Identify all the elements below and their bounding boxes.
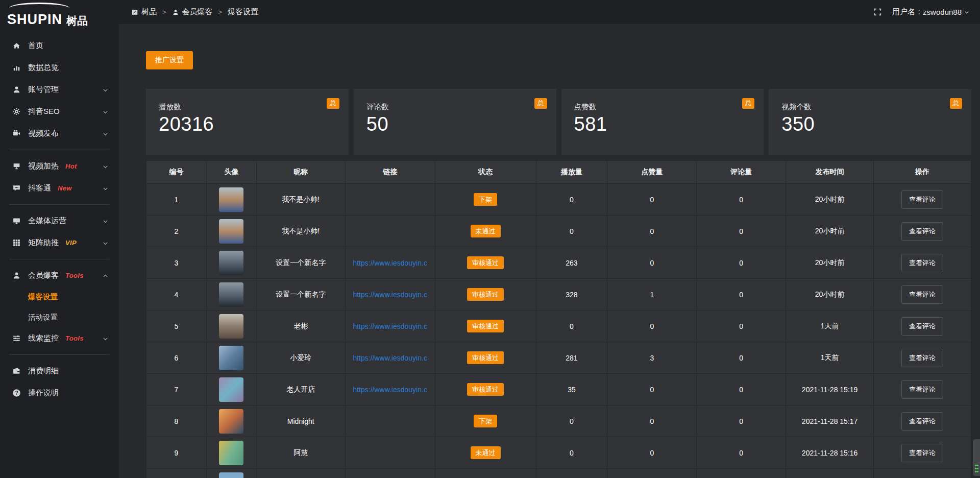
sidebar-item-data-overview[interactable]: 数据总览: [0, 57, 119, 79]
sidebar-item-clue-monitor[interactable]: 线索监控Tools: [0, 327, 119, 349]
sliders-icon: [12, 334, 21, 343]
sidebar-item-home[interactable]: 首页: [0, 35, 119, 57]
sidebar-item-label: 视频加热: [28, 161, 59, 171]
chevron-down-icon: [964, 9, 970, 15]
breadcrumb-item-1[interactable]: 树品: [131, 7, 157, 17]
floating-service-widget[interactable]: [973, 439, 980, 476]
stats-row: 播放数20316总评论数50总点赞数581总视频个数350总: [146, 89, 971, 155]
view-comments-button[interactable]: 查看评论: [901, 444, 943, 462]
sidebar-item-douketong[interactable]: 抖客通New: [0, 177, 119, 199]
cell-comments: 0: [697, 184, 786, 216]
cell-nickname: 设置一个新名字: [256, 247, 345, 279]
view-comments-button[interactable]: 查看评论: [901, 317, 943, 336]
cell-time: 20小时前: [786, 247, 874, 279]
fullscreen-icon[interactable]: [873, 8, 882, 16]
view-comments-button[interactable]: 查看评论: [901, 254, 943, 272]
video-link[interactable]: https://www.iesdouyin.c: [346, 259, 434, 267]
video-link[interactable]: https://www.iesdouyin.c: [346, 322, 434, 330]
cell-index: 6: [146, 342, 207, 374]
table-row: 1我不是小帅!下架00020小时前查看评论: [146, 184, 971, 216]
chevron-up-icon: [102, 272, 109, 279]
sidebar-divider: [9, 354, 110, 355]
user-icon: [12, 271, 21, 280]
stat-total-badge: 总: [742, 98, 755, 109]
sidebar-subitem-baoke-settings[interactable]: 爆客设置: [0, 286, 119, 307]
username-label: 用户名：: [892, 7, 923, 17]
grid-icon: [12, 238, 21, 247]
sidebar-divider: [9, 259, 110, 259]
sidebar-item-member-baoke[interactable]: 会员爆客Tools: [0, 265, 119, 286]
col-header-8: 评论量: [697, 161, 786, 184]
breadcrumb-item-2[interactable]: 会员爆客: [172, 7, 213, 17]
cell-time: 1天前: [786, 342, 874, 374]
cell-time: 20小时前: [786, 279, 874, 310]
avatar: [219, 219, 243, 244]
breadcrumb-separator: >: [218, 8, 223, 16]
cell-comments: 0: [697, 437, 786, 469]
col-header-9: 发布时间: [786, 161, 874, 184]
sidebar-subitem-activity-settings[interactable]: 活动设置: [0, 307, 119, 327]
sidebar-item-operation-guide[interactable]: ?操作说明: [0, 382, 119, 404]
cell-status: 审核通过: [435, 374, 536, 405]
sidebar-item-video-heat[interactable]: 视频加热Hot: [0, 155, 119, 177]
col-header-1: 编号: [146, 161, 207, 184]
video-link[interactable]: https://www.iesdouyin.c: [346, 386, 434, 394]
wallet-icon: [12, 367, 21, 375]
stat-total-badge: 总: [950, 98, 963, 109]
sidebar-item-video-publish[interactable]: 视频发布: [0, 123, 119, 145]
cell-plays: 0: [536, 310, 607, 342]
cell-comments: 0: [697, 405, 786, 437]
sidebar-item-douyin-seo[interactable]: 抖音SEO: [0, 101, 119, 123]
cell-index: 7: [146, 374, 207, 405]
cell-nickname: 我不是小帅!: [256, 216, 345, 247]
panel-icon: [131, 9, 138, 16]
sidebar-item-consume-detail[interactable]: 消费明细: [0, 360, 119, 382]
cell-plays: 0: [536, 437, 607, 469]
video-link[interactable]: https://www.iesdouyin.c: [346, 354, 434, 362]
cell-comments: 0: [697, 216, 786, 247]
cell-likes: 0: [607, 405, 697, 437]
cell-action: 查看评论: [874, 310, 971, 342]
sidebar-item-account-manage[interactable]: 账号管理: [0, 79, 119, 101]
view-comments-button[interactable]: 查看评论: [901, 380, 943, 399]
sidebar-item-matrix-boost[interactable]: 矩阵助推VIP: [0, 232, 119, 254]
promo-settings-button[interactable]: 推广设置: [146, 51, 193, 69]
stat-value: 20316: [159, 113, 338, 135]
view-comments-button[interactable]: 查看评论: [901, 285, 943, 304]
cell-time: 20小时前: [786, 184, 874, 216]
breadcrumb-label: 树品: [141, 7, 157, 17]
col-header-4: 链接: [345, 161, 435, 184]
cell-likes: 3: [607, 342, 697, 374]
cell-plays: 328: [536, 279, 607, 310]
logo-text-en: SHUPIN: [7, 13, 62, 27]
sidebar: SHUPIN 树品 首页数据总览账号管理抖音SEO视频发布视频加热Hot抖客通N…: [0, 0, 119, 478]
cell-time: 1天前: [786, 310, 874, 342]
view-comments-button[interactable]: 查看评论: [901, 222, 943, 241]
user-icon: [12, 85, 21, 94]
cell-action: 查看评论: [874, 342, 971, 374]
cell-index: 8: [146, 405, 207, 437]
sidebar-item-label: 消费明细: [28, 366, 59, 376]
sidebar-item-label: 操作说明: [28, 388, 59, 398]
cell-status: 审核通过: [435, 310, 536, 342]
col-header-10: 操作: [874, 161, 971, 184]
gear-icon: [12, 107, 21, 116]
cell-nickname: 设置一个新名字: [256, 279, 345, 310]
video-link[interactable]: https://www.iesdouyin.c: [346, 291, 434, 299]
cell-plays: 281: [536, 342, 607, 374]
avatar: [219, 314, 243, 339]
sidebar-item-media-operation[interactable]: 全媒体运营: [0, 210, 119, 232]
status-badge: 审核通过: [467, 256, 504, 269]
home-icon: [12, 41, 21, 50]
cell-status: 下架: [435, 184, 536, 216]
status-badge: 审核通过: [467, 288, 504, 301]
view-comments-button[interactable]: 查看评论: [901, 190, 943, 209]
sidebar-item-tag: VIP: [65, 239, 77, 247]
screen-icon: [12, 162, 21, 171]
user-menu[interactable]: 用户名： zswodun88: [892, 7, 970, 17]
cell-comments: [697, 469, 786, 478]
view-comments-button[interactable]: 查看评论: [901, 412, 943, 431]
view-comments-button[interactable]: 查看评论: [901, 349, 943, 367]
sidebar-item-label: 抖客通: [28, 183, 51, 193]
cell-comments: 0: [697, 374, 786, 405]
